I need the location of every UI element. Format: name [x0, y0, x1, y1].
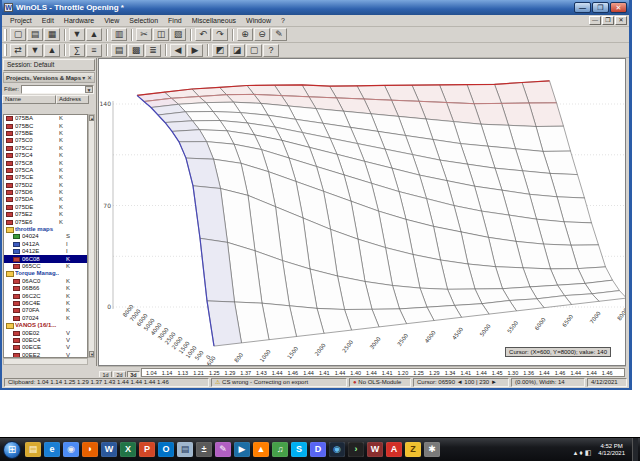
taskbar-icon-media-player[interactable]: ▶ — [234, 442, 250, 457]
start-button[interactable]: ⊞ — [3, 441, 21, 459]
paste-button[interactable]: ▧ — [170, 28, 186, 41]
map-row[interactable]: 075C8K — [4, 159, 87, 166]
map-row[interactable]: 075BEK — [4, 130, 87, 137]
folder-row[interactable]: VANOS (16/1... — [4, 322, 87, 329]
taskbar-icon-skype[interactable]: S — [291, 442, 307, 457]
map-row[interactable]: 075C0K — [4, 137, 87, 144]
taskbar-icon-spotify[interactable]: ♫ — [272, 442, 288, 457]
chevron-down-icon[interactable]: ▼ — [85, 86, 93, 93]
minimize-button[interactable]: — — [574, 2, 591, 13]
zoom-out-button[interactable]: ⊖ — [254, 28, 270, 41]
prev-map-button[interactable]: ◀ — [170, 44, 186, 57]
tray-icon-2[interactable]: ◧ — [585, 449, 592, 456]
export-button[interactable]: ▲ — [86, 28, 102, 41]
close-button[interactable]: ✕ — [610, 2, 627, 13]
taskbar-icon-powerpoint[interactable]: P — [139, 442, 155, 457]
clock[interactable]: 4:52 PM 4/12/2021 — [594, 443, 629, 457]
map-3d-view[interactable]: 0701406008001000150020002500300035004000… — [98, 58, 626, 366]
map-row[interactable]: 075DAK — [4, 196, 87, 203]
map-row[interactable]: 075BAK — [4, 115, 87, 122]
show-desktop-button[interactable] — [632, 438, 638, 461]
mdi-minimize-button[interactable]: — — [589, 16, 601, 25]
save-button[interactable]: ▦ — [44, 28, 60, 41]
map-row[interactable]: 065CCK — [4, 263, 87, 270]
map-row[interactable]: 0412EI — [4, 248, 87, 255]
new-button[interactable]: ▢ — [10, 28, 26, 41]
view-text-button[interactable]: ≣ — [145, 44, 161, 57]
map-row[interactable]: 0412AI — [4, 241, 87, 248]
scroll-up-icon[interactable]: ▲ — [89, 115, 94, 121]
map-row[interactable]: 070FAK — [4, 307, 87, 314]
title-bar[interactable]: W WinOLS - Throttle Opening * — ❒ ✕ — [2, 0, 629, 15]
window-new-button[interactable]: ▢ — [246, 44, 262, 57]
write-ecu-button[interactable]: ▲ — [44, 44, 60, 57]
menu-item-hardware[interactable]: Hardware — [59, 16, 99, 25]
undo-button[interactable]: ↶ — [195, 28, 211, 41]
row-values-strip[interactable]: 1.041.141.131.211.251.291.371.431.441.46… — [141, 368, 625, 377]
taskbar-icon-notepad[interactable]: ▤ — [177, 442, 193, 457]
menu-item-window[interactable]: Window — [241, 16, 276, 25]
menu-item-?[interactable]: ? — [276, 16, 290, 25]
sidebar-horizontal-scrollbar[interactable] — [3, 358, 88, 365]
map-row[interactable]: 06B66K — [4, 285, 87, 292]
taskbar-icon-steam[interactable]: ◉ — [329, 442, 345, 457]
taskbar-icon-zip[interactable]: Z — [405, 442, 421, 457]
maximize-button[interactable]: ❒ — [592, 2, 609, 13]
taskbar-icon-internet-explorer[interactable]: e — [44, 442, 60, 457]
map-row[interactable]: 075CAK — [4, 167, 87, 174]
open-button[interactable]: ▤ — [27, 28, 43, 41]
sidebar-vertical-scrollbar[interactable]: ▲ ▼ — [88, 114, 95, 358]
taskbar-icon-terminal[interactable]: › — [348, 442, 364, 457]
map-row[interactable]: 06AC0K — [4, 278, 87, 285]
menu-item-view[interactable]: View — [99, 16, 124, 25]
cut-button[interactable]: ✂ — [136, 28, 152, 41]
menu-item-selection[interactable]: Selection — [124, 16, 163, 25]
folder-row[interactable]: throttle maps — [4, 226, 87, 233]
map-row[interactable]: 04024S — [4, 233, 87, 240]
map-row[interactable]: 06C08K — [4, 255, 87, 262]
read-ecu-button[interactable]: ▼ — [27, 44, 43, 57]
taskbar-icon-word[interactable]: W — [101, 442, 117, 457]
print-button[interactable]: ▥ — [111, 28, 127, 41]
map-row[interactable]: 075BCK — [4, 122, 87, 129]
folder-row[interactable]: Torque Manag... — [4, 270, 87, 277]
taskbar-icon-outlook[interactable]: O — [158, 442, 174, 457]
toolbar-grip[interactable] — [4, 29, 7, 41]
taskbar-icon-chrome[interactable]: ◉ — [63, 442, 79, 457]
filter-dropdown[interactable]: ▼ — [21, 85, 94, 94]
map-row[interactable]: 06C2CK — [4, 292, 87, 299]
copy-button[interactable]: ◫ — [153, 28, 169, 41]
map-row[interactable]: 06C4EK — [4, 300, 87, 307]
map-row[interactable]: 075DEK — [4, 204, 87, 211]
map-row[interactable]: 00E02V — [4, 329, 87, 336]
map-row[interactable]: 00ECEV — [4, 344, 87, 351]
map-row[interactable]: 075E2K — [4, 211, 87, 218]
taskbar-icon-excel[interactable]: X — [120, 442, 136, 457]
taskbar-icon-discord[interactable]: D — [310, 442, 326, 457]
map-row[interactable]: 075D2K — [4, 182, 87, 189]
taskbar-icon-explorer[interactable]: ▤ — [25, 442, 41, 457]
menu-item-miscellaneous[interactable]: Miscellaneous — [187, 16, 241, 25]
taskbar-icon-settings[interactable]: ✱ — [424, 442, 440, 457]
mark-green-button[interactable]: ◪ — [229, 44, 245, 57]
taskbar-icon-firefox[interactable]: ◗ — [82, 442, 98, 457]
mdi-restore-button[interactable]: ❒ — [602, 16, 614, 25]
zoom-in-button[interactable]: ⊕ — [237, 28, 253, 41]
scroll-down-icon[interactable]: ▼ — [89, 351, 94, 357]
help-button[interactable]: ? — [263, 44, 279, 57]
redo-button[interactable]: ↷ — [212, 28, 228, 41]
import-button[interactable]: ▼ — [69, 28, 85, 41]
taskbar-icon-vlc[interactable]: ▲ — [253, 442, 269, 457]
taskbar-icon-acrobat[interactable]: A — [386, 442, 402, 457]
map-row[interactable]: 07024K — [4, 315, 87, 322]
panel-close-icon[interactable]: ✕ — [87, 75, 92, 81]
map-row[interactable]: 075C2K — [4, 145, 87, 152]
connect-button[interactable]: ⇄ — [10, 44, 26, 57]
menu-item-project[interactable]: Project — [5, 16, 37, 25]
taskbar-icon-paint[interactable]: ✎ — [215, 442, 231, 457]
map-row[interactable]: 075D6K — [4, 189, 87, 196]
checksum-button[interactable]: ∑ — [69, 44, 85, 57]
surface-plot[interactable]: 0701406008001000150020002500300035004000… — [99, 59, 626, 366]
compare-button[interactable]: ≡ — [86, 44, 102, 57]
mark-red-button[interactable]: ◩ — [212, 44, 228, 57]
